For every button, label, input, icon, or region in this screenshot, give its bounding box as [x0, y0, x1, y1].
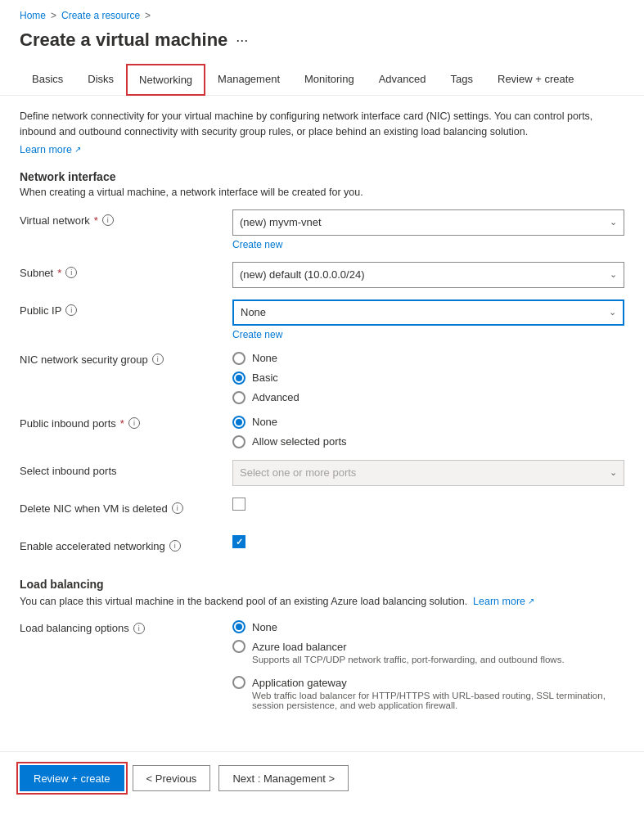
- public-inbound-info-icon[interactable]: i: [128, 417, 140, 429]
- load-balancing-section: Load balancing You can place this virtua…: [20, 578, 624, 711]
- load-balancing-options-info-icon[interactable]: i: [133, 623, 145, 634]
- nic-nsg-options: None Basic Advanced: [232, 352, 624, 404]
- tab-basics[interactable]: Basics: [20, 64, 75, 95]
- public-ip-row: Public IP i None ⌄ Create new: [20, 299, 624, 340]
- nic-nsg-radio-group: None Basic Advanced: [232, 352, 624, 404]
- public-ip-control: None ⌄ Create new: [232, 299, 624, 340]
- network-interface-section: Network interface When creating a virtua…: [20, 170, 624, 561]
- nic-nsg-advanced-option[interactable]: Advanced: [232, 391, 624, 404]
- nic-nsg-advanced-radio[interactable]: [232, 391, 245, 404]
- delete-nic-checkbox[interactable]: [232, 498, 245, 511]
- load-balancing-learn-more[interactable]: Learn more ↗: [473, 594, 534, 610]
- nic-nsg-none-radio[interactable]: [232, 352, 245, 365]
- virtual-network-control: (new) myvm-vnet ⌄ Create new: [232, 209, 624, 250]
- subnet-required: *: [57, 267, 61, 279]
- load-balance-azure-radio[interactable]: [232, 640, 245, 653]
- nic-nsg-basic-label: Basic: [252, 371, 278, 384]
- accelerated-networking-checkbox[interactable]: [232, 535, 245, 548]
- select-inbound-ports-row: Select inbound ports Select one or more …: [20, 460, 624, 486]
- load-balancing-options-label: Load balancing options i: [20, 620, 232, 634]
- delete-nic-info-icon[interactable]: i: [172, 502, 183, 514]
- subnet-label: Subnet * i: [20, 262, 232, 279]
- delete-nic-label: Delete NIC when VM is deleted i: [20, 498, 232, 515]
- select-inbound-ports-dropdown[interactable]: Select one or more ports ⌄: [232, 460, 624, 486]
- load-balance-appgw-subtext: Web traffic load balancer for HTTP/HTTPS…: [252, 691, 624, 710]
- external-link-icon: ↗: [74, 145, 81, 154]
- nic-nsg-label: NIC network security group i: [20, 352, 232, 366]
- public-inbound-options: None Allow selected ports: [232, 416, 624, 448]
- tab-bar: Basics Disks Networking Management Monit…: [0, 64, 644, 96]
- accelerated-networking-control: [232, 535, 624, 549]
- breadcrumb-home[interactable]: Home: [20, 10, 46, 21]
- public-inbound-radio-group: None Allow selected ports: [232, 416, 624, 448]
- public-ip-label: Public IP i: [20, 299, 232, 317]
- nic-nsg-basic-radio[interactable]: [232, 371, 245, 385]
- load-balance-ext-icon: ↗: [528, 595, 534, 607]
- subnet-value: (new) default (10.0.0.0/24): [240, 268, 610, 281]
- select-inbound-ports-arrow-icon: ⌄: [610, 467, 617, 478]
- next-button[interactable]: Next : Management >: [218, 765, 349, 791]
- subnet-dropdown[interactable]: (new) default (10.0.0.0/24) ⌄: [232, 262, 624, 288]
- main-content: Define network connectivity for your vir…: [0, 96, 644, 735]
- virtual-network-dropdown[interactable]: (new) myvm-vnet ⌄: [232, 209, 624, 236]
- bottom-bar: Review + create < Previous Next : Manage…: [0, 751, 644, 804]
- breadcrumb: Home > Create a resource >: [0, 0, 644, 26]
- public-ip-dropdown[interactable]: None ⌄: [232, 299, 624, 326]
- subnet-info-icon[interactable]: i: [65, 267, 77, 278]
- public-ip-info-icon[interactable]: i: [65, 304, 77, 316]
- virtual-network-create-new[interactable]: Create new: [232, 239, 624, 250]
- tab-tags[interactable]: Tags: [439, 64, 485, 95]
- load-balance-none-option[interactable]: None: [232, 620, 624, 633]
- load-balancing-options-row: Load balancing options i None Azure loa: [20, 620, 624, 710]
- load-balance-azure-option[interactable]: Azure load balancer Supports all TCP/UDP…: [232, 640, 624, 664]
- tab-advanced[interactable]: Advanced: [367, 64, 439, 95]
- select-inbound-ports-placeholder: Select one or more ports: [240, 466, 610, 479]
- learn-more-link[interactable]: Learn more ↗: [20, 144, 81, 155]
- virtual-network-row: Virtual network * i (new) myvm-vnet ⌄ Cr…: [20, 209, 624, 250]
- public-inbound-allow-option[interactable]: Allow selected ports: [232, 435, 624, 448]
- review-create-button[interactable]: Review + create: [20, 765, 124, 791]
- page-title: Create a virtual machine: [20, 29, 227, 51]
- select-inbound-ports-control: Select one or more ports ⌄: [232, 460, 624, 486]
- accelerated-networking-info-icon[interactable]: i: [169, 540, 181, 552]
- public-inbound-none-radio[interactable]: [232, 416, 245, 429]
- tab-disks[interactable]: Disks: [75, 64, 126, 95]
- load-balance-azure-subtext: Supports all TCP/UDP network traffic, po…: [252, 655, 624, 664]
- more-options-icon[interactable]: ···: [236, 32, 248, 49]
- nic-nsg-basic-option[interactable]: Basic: [232, 371, 624, 385]
- public-ip-create-new[interactable]: Create new: [232, 329, 624, 340]
- load-balancing-radio-group: None Azure load balancer Supports all TC…: [232, 620, 624, 710]
- load-balancing-desc: You can place this virtual machine in th…: [20, 594, 624, 610]
- breadcrumb-sep2: >: [145, 10, 151, 21]
- subnet-control: (new) default (10.0.0.0/24) ⌄: [232, 262, 624, 288]
- load-balancing-title: Load balancing: [20, 578, 624, 591]
- breadcrumb-create-resource[interactable]: Create a resource: [61, 10, 140, 21]
- load-balancing-options-control: None Azure load balancer Supports all TC…: [232, 620, 624, 710]
- public-inbound-none-label: None: [252, 416, 277, 428]
- page-header: Create a virtual machine ···: [0, 26, 644, 64]
- load-balance-none-label: None: [252, 621, 277, 633]
- delete-nic-row: Delete NIC when VM is deleted i: [20, 498, 624, 524]
- public-inbound-none-option[interactable]: None: [232, 416, 624, 429]
- public-inbound-required: *: [120, 417, 124, 430]
- nic-nsg-none-label: None: [252, 352, 277, 364]
- virtual-network-required: *: [94, 214, 98, 227]
- nic-nsg-info-icon[interactable]: i: [152, 353, 164, 365]
- accelerated-networking-row: Enable accelerated networking i: [20, 535, 624, 561]
- load-balance-appgw-radio[interactable]: [232, 676, 245, 689]
- public-ip-arrow-icon: ⌄: [609, 307, 616, 317]
- virtual-network-info-icon[interactable]: i: [102, 214, 114, 226]
- public-inbound-allow-radio[interactable]: [232, 435, 245, 448]
- tab-monitoring[interactable]: Monitoring: [292, 64, 367, 95]
- previous-button[interactable]: < Previous: [133, 765, 211, 791]
- tab-review-create[interactable]: Review + create: [485, 64, 587, 95]
- load-balance-appgw-option[interactable]: Application gateway Web traffic load bal…: [232, 676, 624, 710]
- public-ip-value: None: [241, 306, 609, 318]
- virtual-network-value: (new) myvm-vnet: [240, 216, 610, 228]
- tab-management[interactable]: Management: [205, 64, 292, 95]
- load-balance-none-radio[interactable]: [232, 620, 245, 633]
- nic-nsg-none-option[interactable]: None: [232, 352, 624, 365]
- virtual-network-arrow-icon: ⌄: [610, 217, 617, 227]
- tab-networking[interactable]: Networking: [126, 64, 205, 96]
- subnet-row: Subnet * i (new) default (10.0.0.0/24) ⌄: [20, 262, 624, 288]
